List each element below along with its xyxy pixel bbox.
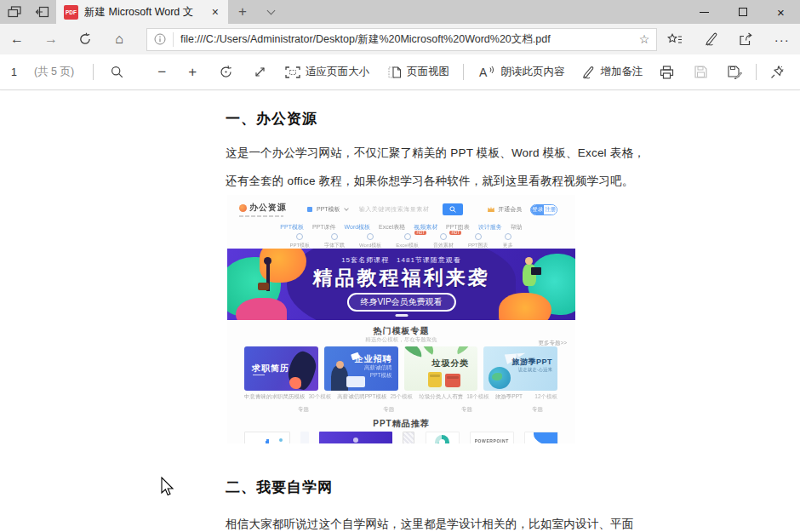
settings-more-button[interactable]: ··· — [774, 32, 790, 47]
carousel-indicator — [395, 314, 408, 317]
site-nav-item: PPT模板 — [280, 224, 304, 230]
vip-label: 开通会员 — [498, 205, 522, 214]
login-label: 登录 — [531, 205, 544, 215]
new-tab-button[interactable]: + — [228, 0, 257, 24]
save-button[interactable] — [694, 66, 707, 78]
zoom-out-button[interactable]: − — [157, 64, 166, 81]
category-icon — [475, 233, 482, 240]
tab-preview-icon — [8, 6, 21, 18]
site-search-button — [443, 203, 463, 215]
globe-decoration — [492, 373, 502, 380]
window-controls: × — [685, 0, 800, 24]
favorite-star-button[interactable]: ☆ — [632, 32, 656, 46]
maximize-button[interactable] — [723, 0, 762, 24]
category-icon — [505, 233, 511, 240]
close-button[interactable]: × — [762, 0, 800, 24]
minimize-button[interactable] — [685, 0, 723, 24]
site-info-button[interactable] — [147, 33, 173, 45]
embedded-website-image: 办公资源 PPT模板 输入关键词搜索海量素材 开通会员 — [227, 195, 575, 443]
card-travel-ppt: 旅游季PPT 说走就走·心运来 — [483, 346, 557, 391]
read-aloud-button[interactable]: A 朗读此页内容 — [479, 65, 564, 79]
site-category-item: HOT Excel模板 — [396, 233, 419, 249]
fullscreen-button[interactable] — [254, 66, 266, 78]
doc-heading-2: 二、我要自学网 — [226, 478, 333, 497]
favorites-list-icon — [667, 33, 683, 46]
url-text[interactable]: file:///C:/Users/Administrator/Desktop/新… — [174, 32, 632, 47]
print-button[interactable] — [660, 66, 674, 79]
fit-page-icon — [285, 66, 300, 78]
card-title: 垃圾分类 — [431, 358, 469, 369]
add-note-button[interactable]: 增加备注 — [581, 65, 643, 79]
fit-page-button[interactable]: 适应页面大小 — [285, 65, 369, 79]
ppt-thumbnail: POWERPOINT — [470, 432, 514, 443]
site-nav-item: 设计服务 — [478, 224, 502, 230]
hot-section-title: 热门模板专题 — [227, 325, 575, 337]
share-button[interactable] — [739, 32, 753, 46]
card-subtitle: 高薪诚信聘 — [364, 364, 392, 372]
card-figure — [336, 361, 344, 369]
card-subtitle: 说走就走·心运来 — [518, 367, 552, 373]
card-underline — [253, 375, 265, 375]
chevron-down-icon — [266, 6, 275, 14]
ppt-thumbnail — [300, 432, 309, 443]
card-subtitle: PPT模板 — [370, 372, 392, 380]
minimize-icon — [700, 12, 709, 13]
divider — [756, 64, 757, 80]
forward-button[interactable]: → — [34, 31, 68, 47]
card-figure — [289, 377, 301, 389]
card-caption: 中意青睐的求职简历模板30个模板 专题 — [244, 393, 331, 414]
url-field[interactable]: file:///C:/Users/Administrator/Desktop/新… — [146, 28, 657, 51]
hub-favorites-button[interactable] — [667, 33, 683, 46]
site-category-item: HOT 音效素材 — [433, 233, 454, 249]
save-as-icon — [728, 66, 742, 79]
find-in-page-button[interactable] — [111, 66, 123, 78]
hot-section-subtitle: 精选办公模板，尽在专题聚焦 — [227, 336, 575, 344]
site-nav-item: 帮助 — [511, 224, 523, 230]
home-button[interactable]: ⌂ — [102, 31, 136, 47]
site-logo-icon — [239, 204, 247, 212]
site-category-item: 更多 — [503, 233, 513, 249]
zoom-in-button[interactable]: + — [188, 64, 197, 81]
tab-preview-button[interactable] — [0, 0, 28, 24]
site-nav: PPT模板 PPT课件 Word模板 Excel表格 视频素材 PPT图表 设计… — [227, 223, 575, 232]
sound-waves-icon — [489, 65, 495, 75]
refresh-button[interactable] — [68, 32, 102, 46]
card-resume: 求职简历 — [244, 346, 318, 391]
page-count-label: (共 5 页) — [34, 65, 74, 79]
search-icon — [111, 66, 123, 78]
site-nav-item: Excel表格 — [379, 224, 405, 230]
trash-bin-red — [445, 374, 460, 387]
register-label: 注册 — [544, 205, 557, 215]
pin-toolbar-button[interactable] — [770, 66, 784, 79]
card-caption: 高薪诚信聘PPT模板25个模板 专题 — [337, 393, 413, 414]
page-view-button[interactable]: 页面视图 — [388, 65, 449, 79]
donut-chart-decoration — [435, 435, 449, 443]
category-icon — [331, 233, 338, 240]
save-as-button[interactable] — [728, 66, 742, 79]
divider — [463, 64, 464, 80]
category-icon — [440, 233, 447, 240]
tab-close-button[interactable]: × — [210, 5, 220, 19]
rotate-icon — [219, 65, 233, 79]
banner-subtitle: 15套名师课程 1481节课随意观看 — [227, 255, 575, 265]
browser-tab[interactable]: PDF 新建 Microsoft Word 文 × — [56, 0, 228, 24]
site-category-item: 字体下载 — [324, 233, 345, 249]
tab-list-button[interactable] — [257, 0, 284, 24]
site-category-item: PPT模板 — [289, 233, 310, 249]
mouse-cursor — [160, 477, 174, 497]
set-tabs-aside-button[interactable] — [28, 0, 56, 24]
back-button[interactable]: ← — [0, 31, 34, 47]
card-captions: 中意青睐的求职简历模板30个模板 专题 高薪诚信聘PPT模板25个模板 专题 垃… — [244, 393, 557, 414]
tab-title: 新建 Microsoft Word 文 — [84, 5, 204, 20]
leaf-decoration — [404, 346, 424, 358]
card-figure — [346, 376, 365, 387]
card-title: 求职简历 — [252, 363, 289, 375]
template-cards: 求职简历 企业招聘 高薪诚信聘 PPT模板 垃圾分类 — [244, 346, 557, 391]
info-icon — [154, 33, 166, 45]
site-vip: 开通会员 — [487, 205, 522, 214]
page-number-input[interactable]: 1 — [11, 66, 17, 78]
rotate-button[interactable] — [219, 65, 233, 79]
web-note-button[interactable] — [704, 32, 718, 46]
hot-badge: HOT — [449, 231, 461, 235]
leaf-decoration — [454, 346, 474, 354]
